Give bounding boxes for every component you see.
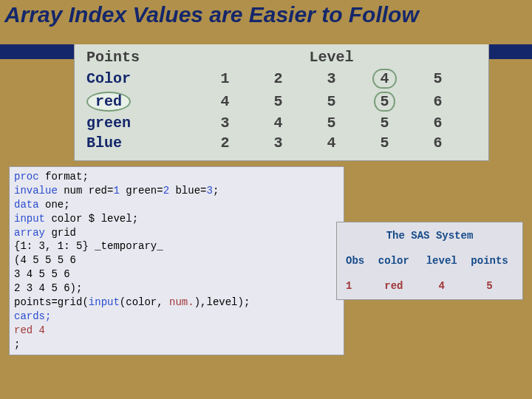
table-row: Color 1 2 3 4 5 [82, 67, 481, 90]
points-level-table: Points Level Color 1 2 3 4 5 red 4 5 5 5… [74, 41, 489, 161]
col-points: points [466, 255, 514, 267]
row-label: red [82, 90, 199, 113]
col-level: level [417, 255, 466, 267]
cell: 5 [358, 133, 412, 153]
col-obs: Obs [346, 255, 369, 267]
cell: 3 [305, 67, 358, 90]
row-label: Color [82, 67, 199, 90]
hdr-level: Level [252, 47, 412, 67]
val-obs: 1 [346, 280, 369, 292]
cell: 4 [199, 90, 252, 113]
cell: 2 [252, 67, 305, 90]
cell: 1 [199, 67, 252, 90]
circled-5: 5 [374, 92, 395, 112]
table-row: red 4 5 5 5 6 [82, 90, 481, 113]
cell: 5 [252, 90, 305, 113]
cell: 4 [358, 67, 412, 90]
hdr-points: Points [82, 47, 199, 67]
title-bar: Array Index Values are Easier to Follow [0, 0, 532, 44]
output-title: The SAS System [343, 230, 516, 242]
table-row: green 3 4 5 5 6 [82, 113, 481, 133]
page-title: Array Index Values are Easier to Follow [0, 0, 532, 30]
hdr-spacer3 [465, 47, 482, 67]
cell: 3 [252, 133, 305, 153]
output-header: Obs color level points [343, 255, 516, 267]
val-level: 4 [417, 280, 466, 292]
col-color: color [369, 255, 417, 267]
circled-red: red [86, 92, 131, 112]
cell: 6 [412, 90, 465, 113]
cell: 6 [412, 113, 465, 133]
cell: 5 [412, 67, 465, 90]
val-color: red [369, 280, 417, 292]
cell: 6 [412, 133, 465, 153]
table-header-row: Points Level [82, 47, 481, 67]
sas-output-panel: The SAS System Obs color level points 1 … [336, 222, 523, 300]
val-points: 5 [466, 280, 514, 292]
cell: 2 [199, 133, 252, 153]
sas-code-panel: proc format; invalue num red=1 green=2 b… [9, 166, 344, 355]
cell: 3 [199, 113, 252, 133]
cell: 5 [305, 113, 358, 133]
output-row: 1 red 4 5 [343, 280, 516, 292]
table-row: Blue 2 3 4 5 6 [82, 133, 481, 153]
cell: 5 [358, 113, 412, 133]
hdr-spacer2 [412, 47, 465, 67]
row-label: Blue [82, 133, 199, 153]
hdr-spacer [199, 47, 252, 67]
cell: 4 [305, 133, 358, 153]
cell: 5 [358, 90, 412, 113]
cell: 5 [305, 90, 358, 113]
cell: 4 [252, 113, 305, 133]
row-label: green [82, 113, 199, 133]
circled-4: 4 [372, 69, 396, 89]
